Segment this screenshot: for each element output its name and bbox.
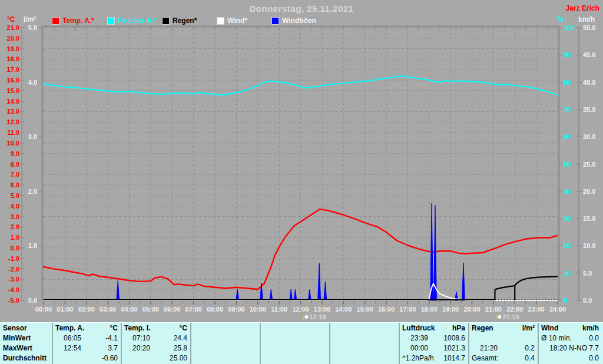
svg-text:70: 70	[564, 106, 571, 113]
svg-text:3.0: 3.0	[11, 213, 19, 220]
svg-text:2.0: 2.0	[11, 223, 19, 230]
table-column-spacer	[260, 323, 329, 364]
table-cell-value: -0.60	[102, 353, 121, 363]
y-axis-rain: 5.04.03.02.01.00.0	[28, 24, 43, 304]
table-cell-value: 3.7	[108, 343, 121, 353]
svg-text:1.0: 1.0	[11, 234, 19, 241]
x-axis: 00:0001:0002:0003:0004:0005:0006:0007:00…	[35, 301, 566, 313]
svg-text:10: 10	[564, 270, 571, 277]
column-header: Wind	[539, 323, 558, 333]
svg-text:-2.0: -2.0	[8, 266, 19, 273]
svg-text:05:00: 05:00	[143, 306, 159, 313]
table-column-Luftdruck: LuftdruckhPa23:391008.600:001021.3^1.2hP…	[399, 323, 468, 364]
svg-text:11:00: 11:00	[271, 306, 287, 313]
svg-text:21:19: 21:19	[502, 313, 519, 320]
table-cell: 00:00	[400, 343, 428, 353]
svg-text:22:00: 22:00	[506, 306, 523, 313]
table-row-label: Durchschnitt	[0, 353, 52, 363]
column-header	[330, 323, 333, 333]
svg-text:21.0: 21.0	[7, 24, 19, 31]
column-header: Temp. A.	[53, 323, 84, 333]
svg-text:40: 40	[564, 188, 571, 195]
svg-text:-3.0: -3.0	[8, 276, 19, 283]
table-cell-value: 0.0	[589, 353, 602, 363]
svg-text:50: 50	[564, 161, 571, 168]
svg-text:-5.0: -5.0	[8, 297, 19, 304]
column-header: Luftdruck	[400, 323, 435, 333]
svg-text:03:00: 03:00	[100, 306, 116, 313]
table-cell	[261, 343, 271, 353]
svg-text:90: 90	[564, 51, 571, 58]
table-cell: 18:20	[539, 343, 567, 353]
table-cell: 12:54	[53, 343, 81, 353]
table-cell: 06:05	[53, 333, 81, 343]
column-unit: km/h	[582, 323, 602, 333]
y-axis-temp: 21.020.019.018.017.016.015.014.013.012.0…	[7, 24, 24, 304]
svg-text:80: 80	[564, 79, 571, 86]
svg-text:14.0: 14.0	[7, 98, 19, 105]
svg-text:14:00: 14:00	[335, 306, 352, 313]
svg-text:60: 60	[564, 133, 571, 140]
table-cell-value: 0.2	[525, 343, 538, 353]
table-cell	[261, 333, 271, 343]
svg-text:10.0: 10.0	[7, 140, 19, 147]
svg-text:12:00: 12:00	[292, 306, 309, 313]
svg-text:0.0: 0.0	[583, 297, 592, 304]
table-column-Temp. A.: Temp. A.°C06:05-4.112:543.7-0.60	[52, 323, 121, 364]
svg-text:100: 100	[564, 24, 574, 31]
svg-text:50.0: 50.0	[583, 24, 595, 31]
svg-text:10:00: 10:00	[250, 306, 266, 313]
table-cell: 23:39	[400, 333, 428, 343]
weather-chart: 21.020.019.018.017.016.015.014.013.012.0…	[0, 0, 603, 322]
svg-text:08:00: 08:00	[207, 306, 223, 313]
table-row-label: Sensor	[0, 323, 52, 333]
table-column-spacer	[329, 323, 399, 364]
svg-text:30.0: 30.0	[583, 133, 595, 140]
column-unit: hPa	[452, 323, 468, 333]
svg-text:13.0: 13.0	[7, 108, 19, 115]
svg-text:2.0: 2.0	[28, 188, 37, 195]
svg-text:07:00: 07:00	[185, 306, 202, 313]
stats-table: SensorMinWertMaxWertDurchschnittTemp. A.…	[0, 322, 603, 364]
table-cell: Ø 10 min.	[539, 333, 572, 343]
svg-text:24:00: 24:00	[549, 306, 566, 313]
svg-text:13:00: 13:00	[314, 306, 330, 313]
svg-text:-1.0: -1.0	[8, 255, 19, 262]
table-cell	[330, 333, 341, 343]
svg-text:12:18: 12:18	[309, 313, 326, 320]
table-cell-value: 0.4	[525, 353, 538, 363]
svg-text:04:00: 04:00	[121, 306, 137, 313]
svg-text:3.0: 3.0	[28, 133, 37, 140]
svg-text:35.0: 35.0	[583, 106, 595, 113]
table-cell-value: 24.4	[174, 333, 190, 343]
series-windboeen	[117, 203, 465, 300]
weather-app-window: Donnerstag, 25.11.2021 Jarz Erich °C l/m…	[0, 0, 603, 364]
svg-text:5.0: 5.0	[11, 192, 19, 199]
table-cell	[53, 353, 64, 363]
table-cell: ^1.2hPa/h	[400, 353, 434, 363]
svg-text:4.0: 4.0	[11, 203, 19, 210]
table-cell-value: 25.00	[170, 353, 190, 363]
column-header	[191, 323, 194, 333]
svg-text:9.0: 9.0	[11, 150, 19, 157]
table-cell	[469, 333, 480, 343]
svg-text:0.0: 0.0	[28, 297, 37, 304]
svg-text:45.0: 45.0	[583, 51, 595, 58]
table-cell	[330, 343, 341, 353]
table-column-Temp. I.: Temp. I.°C07:1024.420:2025.825.00	[121, 323, 190, 364]
sun-markers: ↓12:18↑21:19	[301, 313, 519, 321]
svg-text:11.0: 11.0	[7, 129, 19, 136]
table-column-spacer	[190, 323, 260, 364]
column-unit: °C	[180, 323, 190, 333]
svg-text:21:00: 21:00	[485, 306, 502, 313]
svg-text:18.0: 18.0	[7, 55, 19, 62]
svg-text:25.0: 25.0	[583, 161, 595, 168]
grid	[44, 27, 558, 300]
table-column-Wind: Windkm/hØ 10 min.0.018:20N-NO 7.70.0	[538, 323, 602, 364]
table-cell: 20:20	[122, 343, 150, 353]
column-unit: l/m²	[522, 323, 538, 333]
svg-text:4.0: 4.0	[28, 79, 37, 86]
svg-text:20: 20	[564, 242, 571, 249]
table-cell-value: N-NO 7.7	[569, 343, 602, 353]
svg-text:01:00: 01:00	[57, 306, 73, 313]
